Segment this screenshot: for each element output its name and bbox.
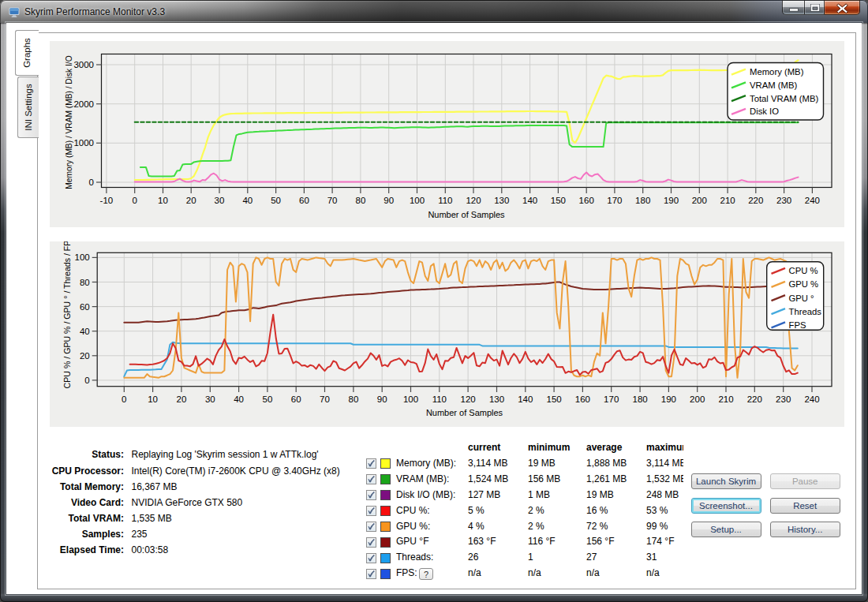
svg-text:3000: 3000 xyxy=(73,60,94,69)
svg-text:90: 90 xyxy=(383,196,394,205)
svg-text:130: 130 xyxy=(494,196,509,205)
svg-text:60: 60 xyxy=(291,394,301,404)
svg-text:40: 40 xyxy=(234,394,244,404)
svg-text:110: 110 xyxy=(438,196,452,205)
svg-text:20: 20 xyxy=(186,196,196,205)
svg-text:180: 180 xyxy=(633,394,648,404)
svg-text:Memory (MB): Memory (MB) xyxy=(750,67,804,77)
svg-text:40: 40 xyxy=(242,196,253,205)
svg-text:Number of Samples: Number of Samples xyxy=(428,210,505,219)
svg-text:30: 30 xyxy=(215,196,225,205)
svg-text:170: 170 xyxy=(607,196,622,205)
svg-text:0: 0 xyxy=(84,376,89,385)
svg-text:70: 70 xyxy=(327,196,338,205)
svg-text:240: 240 xyxy=(804,394,819,404)
svg-text:CPU %: CPU % xyxy=(789,266,818,275)
svg-text:GPU %: GPU % xyxy=(789,279,819,289)
svg-text:Disk IO: Disk IO xyxy=(750,107,779,116)
svg-text:FPS: FPS xyxy=(789,320,806,330)
svg-text:30: 30 xyxy=(205,394,215,404)
svg-text:230: 230 xyxy=(776,394,791,404)
svg-text:180: 180 xyxy=(635,196,650,205)
svg-text:210: 210 xyxy=(720,196,735,205)
svg-text:80: 80 xyxy=(80,278,90,287)
svg-text:0: 0 xyxy=(132,196,137,205)
svg-text:Total VRAM (MB): Total VRAM (MB) xyxy=(750,94,818,103)
svg-text:GPU °: GPU ° xyxy=(789,294,814,303)
svg-text:2000: 2000 xyxy=(73,99,94,109)
svg-text:210: 210 xyxy=(718,394,733,404)
svg-text:100: 100 xyxy=(410,196,425,205)
svg-text:170: 170 xyxy=(604,394,619,404)
svg-text:200: 200 xyxy=(692,196,707,205)
svg-text:140: 140 xyxy=(518,394,533,404)
svg-text:10: 10 xyxy=(148,394,158,404)
svg-text:230: 230 xyxy=(776,196,791,205)
svg-text:190: 190 xyxy=(664,196,679,205)
svg-text:20: 20 xyxy=(177,394,187,404)
svg-text:100: 100 xyxy=(403,394,418,404)
svg-text:CPU % / GPU % / GPU ° / Thread: CPU % / GPU % / GPU ° / Threads / FPS xyxy=(62,241,72,388)
svg-text:20: 20 xyxy=(80,351,90,361)
svg-text:140: 140 xyxy=(522,196,537,205)
svg-text:130: 130 xyxy=(489,394,504,404)
svg-text:50: 50 xyxy=(271,196,281,205)
svg-text:0: 0 xyxy=(122,394,126,404)
svg-text:VRAM (MB): VRAM (MB) xyxy=(750,80,797,90)
svg-text:160: 160 xyxy=(575,394,590,404)
svg-text:50: 50 xyxy=(263,394,273,404)
svg-text:90: 90 xyxy=(377,394,387,404)
svg-text:160: 160 xyxy=(579,196,594,205)
svg-text:Threads: Threads xyxy=(789,307,822,316)
svg-text:40: 40 xyxy=(80,327,90,336)
svg-text:Memory (MB) / VRAM (MB) / Disk: Memory (MB) / VRAM (MB) / Disk I/O xyxy=(65,55,73,189)
svg-text:220: 220 xyxy=(747,394,762,404)
svg-text:100: 100 xyxy=(75,252,90,262)
svg-text:220: 220 xyxy=(748,196,763,205)
svg-text:70: 70 xyxy=(320,394,330,404)
svg-text:200: 200 xyxy=(690,394,705,404)
svg-text:80: 80 xyxy=(349,394,359,404)
svg-text:0: 0 xyxy=(89,178,94,187)
svg-text:80: 80 xyxy=(356,196,366,205)
svg-text:150: 150 xyxy=(551,196,566,205)
svg-text:-10: -10 xyxy=(100,196,114,205)
svg-text:1000: 1000 xyxy=(73,138,94,148)
svg-text:60: 60 xyxy=(299,196,309,205)
svg-text:120: 120 xyxy=(466,196,481,205)
svg-text:10: 10 xyxy=(158,196,168,205)
svg-text:110: 110 xyxy=(432,394,447,404)
svg-text:190: 190 xyxy=(661,394,676,404)
svg-text:60: 60 xyxy=(80,302,90,312)
svg-text:Number of Samples: Number of Samples xyxy=(426,408,503,417)
svg-text:150: 150 xyxy=(547,394,562,404)
svg-text:240: 240 xyxy=(805,196,820,205)
svg-text:120: 120 xyxy=(461,394,476,404)
